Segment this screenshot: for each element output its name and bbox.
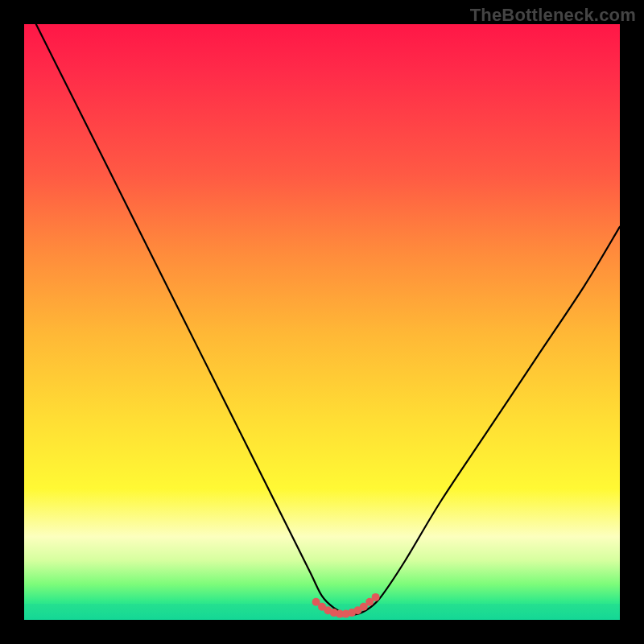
- bottleneck-curve: [36, 24, 620, 615]
- chart-frame: TheBottleneck.com: [0, 0, 644, 644]
- watermark-text: TheBottleneck.com: [470, 5, 636, 26]
- valley-marker-dot: [372, 593, 380, 601]
- plot-area: [24, 24, 620, 620]
- curve-layer: [24, 24, 620, 620]
